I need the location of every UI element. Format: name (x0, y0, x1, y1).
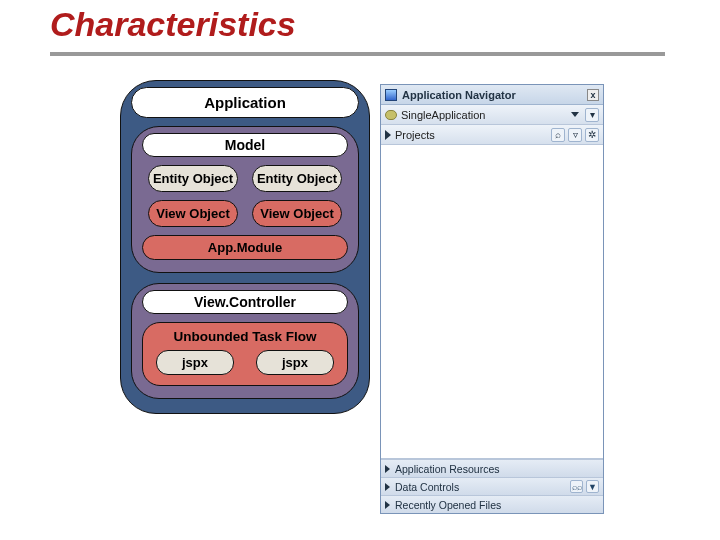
jspx-box: jspx (256, 350, 334, 375)
taskflow-label: Unbounded Task Flow (153, 327, 337, 350)
application-label: Application (131, 87, 359, 118)
entity-object-box: Entity Object (252, 165, 342, 192)
expand-icon (385, 501, 390, 509)
model-container: Model Entity Object Entity Object View O… (131, 126, 359, 273)
section-recent-files[interactable]: Recently Opened Files (381, 495, 603, 513)
page-title: Characteristics (50, 5, 296, 44)
expand-icon (385, 130, 391, 140)
model-label: Model (142, 133, 348, 157)
jspx-box: jspx (156, 350, 234, 375)
gear-icon[interactable]: ✲ (585, 128, 599, 142)
title-underline (50, 52, 665, 56)
structure-icon[interactable]: ▾ (585, 108, 599, 122)
close-icon[interactable]: x (587, 89, 599, 101)
section-data-controls[interactable]: Data Controls ⌕⌕ ▼ (381, 477, 603, 495)
navigator-sections: Application Resources Data Controls ⌕⌕ ▼… (381, 459, 603, 513)
view-controller-container: View.Controller Unbounded Task Flow jspx… (131, 283, 359, 399)
application-name: SingleApplication (401, 109, 485, 121)
app-module-box: App.Module (142, 235, 348, 260)
view-object-box: View Object (148, 200, 238, 227)
project-tree[interactable] (381, 145, 603, 459)
architecture-diagram: Application Model Entity Object Entity O… (120, 80, 370, 414)
application-selector[interactable]: SingleApplication ▾ (381, 105, 603, 125)
application-container: Application Model Entity Object Entity O… (120, 80, 370, 414)
projects-label: Projects (395, 129, 435, 141)
section-application-resources[interactable]: Application Resources (381, 459, 603, 477)
view-controller-label: View.Controller (142, 290, 348, 314)
chevron-down-icon (571, 112, 579, 117)
view-object-box: View Object (252, 200, 342, 227)
entity-object-box: Entity Object (148, 165, 238, 192)
taskflow-container: Unbounded Task Flow jspx jspx (142, 322, 348, 386)
binoculars-icon[interactable]: ⌕⌕ (570, 480, 583, 493)
navigator-titlebar: Application Navigator x (381, 85, 603, 105)
section-label: Data Controls (395, 481, 459, 493)
application-icon (385, 110, 397, 120)
section-label: Application Resources (395, 463, 499, 475)
expand-icon (385, 465, 390, 473)
navigator-title: Application Navigator (402, 89, 516, 101)
expand-icon (385, 483, 390, 491)
search-icon[interactable]: ⌕ (551, 128, 565, 142)
projects-header[interactable]: Projects ⌕ ▿ ✲ (381, 125, 603, 145)
funnel-icon[interactable]: ▼ (586, 480, 599, 493)
filter-icon[interactable]: ▿ (568, 128, 582, 142)
section-label: Recently Opened Files (395, 499, 501, 511)
app-navigator-icon (385, 89, 397, 101)
application-navigator-panel: Application Navigator x SingleApplicatio… (380, 84, 604, 514)
